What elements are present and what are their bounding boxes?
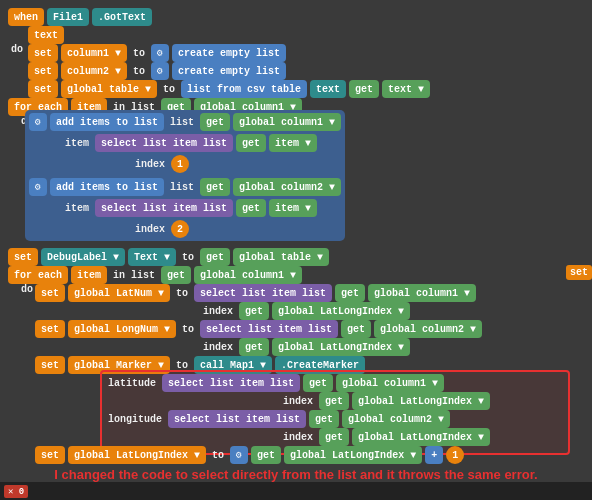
set-debug-set: set	[8, 248, 38, 266]
index-2-line[interactable]: index 2	[29, 220, 341, 238]
set-latnum-var[interactable]: global LatNum ▼	[68, 284, 170, 302]
set-table-var[interactable]: global table ▼	[61, 80, 157, 98]
error-message: I changed the code to select directly fr…	[8, 467, 584, 482]
add-items-2-label[interactable]: add items to list	[50, 178, 164, 196]
item-select-1-line[interactable]: item select list item list get item ▼	[29, 134, 341, 152]
lat-index-latlongidx[interactable]: global LatLongIndex ▼	[352, 392, 490, 410]
set-debug-get: get	[200, 248, 230, 266]
lng-get: get	[309, 410, 339, 428]
foreach2-line[interactable]: for each item in list get global column1…	[8, 266, 302, 284]
set-col1-set: set	[28, 44, 58, 62]
lng-select[interactable]: select list item list	[168, 410, 306, 428]
set-latnum-set: set	[35, 284, 65, 302]
set-longnum-col2[interactable]: global column2 ▼	[374, 320, 482, 338]
lng-index-latlongidx[interactable]: global LatLongIndex ▼	[352, 428, 490, 446]
index2-value[interactable]: 2	[171, 220, 189, 238]
latitude-line[interactable]: latitude select list item list get globa…	[105, 374, 444, 392]
set-col1-to: to	[133, 48, 145, 59]
set-latlongidx-val[interactable]: global LatLongIndex ▼	[284, 446, 422, 464]
set-marker-to: to	[176, 360, 188, 371]
index1-label: index	[135, 159, 165, 170]
latnum-index-latlongidx[interactable]: global LatLongIndex ▼	[272, 302, 410, 320]
foreach2-get: get	[161, 266, 191, 284]
do-label-line: do	[8, 44, 26, 55]
item1-itemvar[interactable]: item ▼	[269, 134, 317, 152]
longnum-index-latlongidx[interactable]: global LatLongIndex ▼	[272, 338, 410, 356]
set-latnum-select[interactable]: select list item list	[194, 284, 332, 302]
foreach2-item[interactable]: item	[71, 266, 107, 284]
do3-keyword: do	[21, 284, 33, 295]
lng-label: longitude	[108, 414, 162, 425]
add-items-2-col2[interactable]: global column2 ▼	[233, 178, 341, 196]
add-items-2-line[interactable]: ⚙ add items to list list get global colu…	[29, 178, 341, 196]
set-latnum-line[interactable]: set global LatNum ▼ to select list item …	[35, 284, 476, 302]
set-latlongidx-var[interactable]: global LatLongIndex ▼	[68, 446, 206, 464]
set-longnum-line[interactable]: set global LongNum ▼ to select list item…	[35, 320, 482, 338]
set-table-line[interactable]: set global table ▼ to list from csv tabl…	[28, 80, 430, 98]
item2-itemvar[interactable]: item ▼	[269, 199, 317, 217]
item2-label: item	[65, 203, 89, 214]
set-table-set: set	[28, 80, 58, 98]
set-col2-create[interactable]: create empty list	[172, 62, 286, 80]
set-col2-line[interactable]: set column2 ▼ to ⚙ create empty list	[28, 62, 286, 80]
add-items-1-label[interactable]: add items to list	[50, 113, 164, 131]
set-latlongidx-to: to	[212, 450, 224, 461]
set-longnum-to: to	[182, 324, 194, 335]
index-1-line[interactable]: index 1	[29, 155, 341, 173]
add-items-1-col1[interactable]: global column1 ▼	[233, 113, 341, 131]
set-latlongidx-set: set	[35, 446, 65, 464]
do-keyword: do	[11, 44, 23, 55]
lat-select[interactable]: select list item list	[162, 374, 300, 392]
set-latnum-get: get	[335, 284, 365, 302]
item1-select[interactable]: select list item list	[95, 134, 233, 152]
do3-label: do	[18, 284, 36, 295]
set-debuglabel-line[interactable]: set DebugLabel ▼ Text ▼ to get global ta…	[8, 248, 329, 266]
item2-select[interactable]: select list item list	[95, 199, 233, 217]
longnum-index-label: index	[203, 342, 233, 353]
lat-index-line[interactable]: index get global LatLongIndex ▼	[280, 392, 490, 410]
add-items-1-get: get	[200, 113, 230, 131]
set-latlongidx-num1[interactable]: 1	[446, 446, 464, 464]
index1-value[interactable]: 1	[171, 155, 189, 173]
set-longnum-var[interactable]: global LongNum ▼	[68, 320, 176, 338]
set-latnum-col1[interactable]: global column1 ▼	[368, 284, 476, 302]
set-latlongindex-line[interactable]: set global LatLongIndex ▼ to ⚙ get globa…	[35, 446, 464, 464]
set-latlongidx-plus: +	[425, 446, 443, 464]
right-set-button[interactable]: set	[566, 265, 592, 280]
set-col1-line[interactable]: set column1 ▼ to ⚙ create empty list	[28, 44, 286, 62]
set-table-listcsv[interactable]: list from csv table	[181, 80, 307, 98]
set-col2-var[interactable]: column2 ▼	[61, 62, 127, 80]
longnum-index-get: get	[239, 338, 269, 356]
when-keyword[interactable]: when	[8, 8, 44, 26]
blocks-canvas: when File1 .GotText text do set column1 …	[0, 0, 592, 500]
set-col1-icon: ⚙	[151, 44, 169, 62]
gotttext-event[interactable]: .GotText	[92, 8, 152, 26]
set-debug-table[interactable]: global table ▼	[233, 248, 329, 266]
lng-col2[interactable]: global column2 ▼	[342, 410, 450, 428]
index2-label: index	[135, 224, 165, 235]
set-col1-var[interactable]: column1 ▼	[61, 44, 127, 62]
foreach2-col1[interactable]: global column1 ▼	[194, 266, 302, 284]
file1-trigger[interactable]: File1	[47, 8, 89, 26]
set-debug-to: to	[182, 252, 194, 263]
lng-index-line[interactable]: index get global LatLongIndex ▼	[280, 428, 490, 446]
set-col2-set: set	[28, 62, 58, 80]
set-col1-create[interactable]: create empty list	[172, 44, 286, 62]
lat-index-get: get	[319, 392, 349, 410]
set-debug-text[interactable]: Text ▼	[128, 248, 176, 266]
item2-get: get	[236, 199, 266, 217]
when-block-header: when File1 .GotText	[8, 8, 152, 26]
item-select-2-line[interactable]: item select list item list get item ▼	[29, 199, 341, 217]
longitude-line[interactable]: longitude select list item list get glob…	[105, 410, 450, 428]
set-latnum-index-line[interactable]: index get global LatLongIndex ▼	[200, 302, 410, 320]
set-debug-label[interactable]: DebugLabel ▼	[41, 248, 125, 266]
set-table-text-get[interactable]: text ▼	[382, 80, 430, 98]
set-longnum-set: set	[35, 320, 65, 338]
lat-get: get	[303, 374, 333, 392]
text-param-pill: text	[28, 26, 64, 44]
lat-col1[interactable]: global column1 ▼	[336, 374, 444, 392]
set-longnum-select[interactable]: select list item list	[200, 320, 338, 338]
latnum-index-get: get	[239, 302, 269, 320]
set-longnum-index-line[interactable]: index get global LatLongIndex ▼	[200, 338, 410, 356]
add-items-1-line[interactable]: ⚙ add items to list list get global colu…	[29, 113, 341, 131]
